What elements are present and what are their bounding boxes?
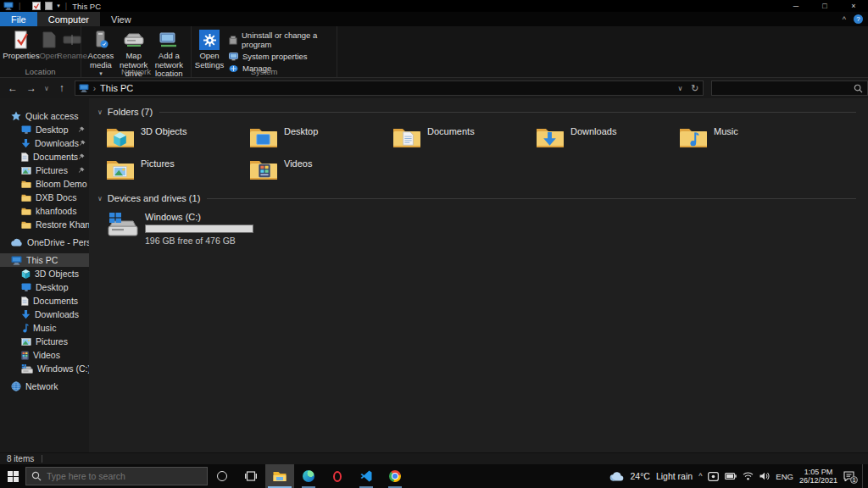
start-button[interactable] <box>0 464 25 488</box>
folder-tile-desktop[interactable]: Desktop <box>249 124 392 156</box>
sidebar-item-downloads-qa[interactable]: Downloads <box>0 136 89 150</box>
onedrive-cloud-icon <box>11 238 23 247</box>
refresh-icon[interactable]: ↻ <box>691 83 698 94</box>
help-icon[interactable]: ? <box>854 14 863 24</box>
sidebar-item-label: Videos <box>33 350 60 360</box>
sidebar-item-onedrive[interactable]: OneDrive - Personal <box>0 236 89 249</box>
weather-icon[interactable] <box>609 471 624 481</box>
ribbon-group-network: Access media ▾ Map network drive ▾ Add a… <box>81 26 192 77</box>
uninstall-program-button[interactable]: Uninstall or change a program <box>229 30 333 49</box>
folders-header-label: Folders (7) <box>108 107 153 117</box>
properties-button[interactable]: Properties <box>3 28 39 63</box>
devices-section-header[interactable]: ∨ Devices and drives (1) <box>97 191 860 205</box>
address-bar[interactable]: › This PC ∨ ↻ <box>75 80 704 96</box>
sidebar-item-documents[interactable]: Documents <box>0 294 89 308</box>
explorer-search-input[interactable] <box>716 83 854 93</box>
sidebar-item-windows-c[interactable]: Windows (C:) <box>0 362 89 375</box>
collapse-chevron-icon[interactable]: ∨ <box>97 108 103 116</box>
qat-customize-caret-icon[interactable]: ▾ <box>57 3 60 9</box>
system-menu-icon[interactable] <box>3 2 14 10</box>
taskbar-app-chrome[interactable] <box>381 464 409 488</box>
folder-tile-music[interactable]: Music <box>679 124 822 156</box>
language-indicator[interactable]: ENG <box>776 472 793 481</box>
sidebar-item-downloads[interactable]: Downloads <box>0 308 89 321</box>
taskbar-app-vscode[interactable] <box>352 464 381 488</box>
taskbar-app-file-explorer[interactable] <box>265 464 294 488</box>
up-button[interactable]: ↑ <box>53 82 71 94</box>
folder-icon <box>21 193 31 202</box>
qat-new-folder-icon[interactable] <box>45 2 53 10</box>
network-group-label: Network <box>81 67 191 76</box>
taskbar-search-input[interactable] <box>47 471 202 481</box>
minimize-button[interactable]: ─ <box>782 0 810 12</box>
tab-computer[interactable]: Computer <box>37 12 100 26</box>
sidebar-item-music[interactable]: Music <box>0 321 89 335</box>
maximize-button[interactable]: □ <box>810 0 839 12</box>
folder-tile-videos[interactable]: Videos <box>249 156 392 188</box>
folder-tile-label: Desktop <box>284 126 318 136</box>
sidebar-item-videos[interactable]: Videos <box>0 348 89 362</box>
breadcrumb-chevron-icon[interactable]: › <box>93 84 96 93</box>
sidebar-item-quick-access[interactable]: Quick access <box>0 109 89 123</box>
meet-now-icon[interactable] <box>708 472 719 481</box>
explorer-search-box[interactable] <box>711 80 868 96</box>
sidebar-item-pictures-qa[interactable]: Pictures <box>0 164 89 177</box>
taskbar-app-edge[interactable] <box>294 464 323 488</box>
weather-condition[interactable]: Light rain <box>656 471 693 481</box>
taskbar-app-opera[interactable] <box>323 464 352 488</box>
task-view-button[interactable] <box>236 464 265 488</box>
close-button[interactable]: × <box>839 0 868 12</box>
forward-button[interactable]: → <box>22 82 41 94</box>
documents-icon <box>21 152 29 162</box>
sidebar-item-this-pc[interactable]: This PC <box>0 253 89 267</box>
sidebar-item-desktop[interactable]: Desktop <box>0 280 89 294</box>
system-properties-label: System properties <box>242 52 308 61</box>
sidebar-item-restore-khanfoods[interactable]: Restore Khanfoods <box>0 218 89 231</box>
music-icon <box>21 324 29 333</box>
open-settings-button[interactable]: Open Settings <box>195 28 224 71</box>
task-view-icon <box>245 471 257 481</box>
sidebar-item-network[interactable]: Network <box>0 380 89 393</box>
collapse-chevron-icon[interactable]: ∨ <box>97 195 103 202</box>
sidebar-item-bloom-demo[interactable]: Bloom Demo <box>0 177 89 191</box>
sidebar-item-label: Music <box>33 323 56 333</box>
folders-section-header[interactable]: ∨ Folders (7) <box>97 105 860 119</box>
volume-icon[interactable] <box>760 472 770 480</box>
clock[interactable]: 1:05 PM 26/12/2021 <box>799 468 837 485</box>
sidebar-item-pictures[interactable]: Pictures <box>0 335 89 348</box>
address-dropdown-icon[interactable]: ∨ <box>677 85 682 92</box>
time-label: 1:05 PM <box>804 468 833 476</box>
tab-file[interactable]: File <box>0 12 37 26</box>
folder-tile-downloads[interactable]: Downloads <box>536 124 679 156</box>
recent-locations-icon[interactable]: ∨ <box>41 85 53 92</box>
sidebar-item-label: 3D Objects <box>35 269 79 279</box>
sidebar-item-dxb-docs[interactable]: DXB Docs <box>0 191 89 204</box>
battery-icon[interactable] <box>725 473 737 480</box>
hidden-icons-chevron-icon[interactable]: ^ <box>698 472 702 480</box>
folder-tile-documents[interactable]: Documents <box>392 124 536 156</box>
drive-tile-windows-c[interactable]: Windows (C:) 196 GB free of 476 GB <box>108 212 860 246</box>
folder-tile-3d-objects[interactable]: 3D Objects <box>106 124 249 156</box>
sidebar-item-documents-qa[interactable]: Documents <box>0 150 89 164</box>
taskbar-search-box[interactable] <box>25 467 208 485</box>
map-network-drive-icon <box>124 30 144 50</box>
cortana-button[interactable] <box>208 464 236 488</box>
qat-properties-icon[interactable] <box>32 2 41 10</box>
system-properties-button[interactable]: System properties <box>229 52 333 61</box>
tab-view[interactable]: View <box>100 12 142 26</box>
sidebar-item-khanfoods[interactable]: khanfoods <box>0 204 89 218</box>
sidebar-item-label: Documents <box>33 296 78 306</box>
action-center-button[interactable]: 1 <box>843 471 854 481</box>
pictures-icon <box>21 167 31 175</box>
back-button[interactable]: ← <box>3 82 22 94</box>
sidebar-item-3d-objects[interactable]: 3D Objects <box>0 267 89 280</box>
properties-label: Properties <box>3 52 39 61</box>
sidebar-item-label: Bloom Demo <box>36 179 87 189</box>
show-desktop-button[interactable] <box>862 464 865 488</box>
folder-tile-pictures[interactable]: Pictures <box>106 156 249 188</box>
breadcrumb[interactable]: This PC <box>100 83 133 93</box>
weather-temp[interactable]: 24°C <box>630 471 649 481</box>
ribbon-collapse-icon[interactable]: ^ <box>843 15 846 24</box>
sidebar-item-desktop-qa[interactable]: Desktop <box>0 123 89 136</box>
wifi-icon[interactable] <box>743 472 754 480</box>
